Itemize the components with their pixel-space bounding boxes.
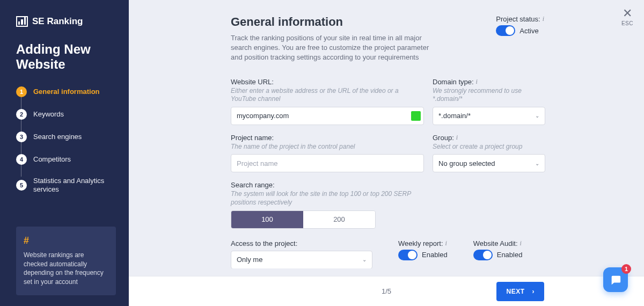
website-url-hint: Either enter a website address or the UR… xyxy=(231,87,424,104)
domain-type-select[interactable]: *.domain/* ⌄ xyxy=(433,107,545,125)
step-label: General information xyxy=(33,88,100,96)
website-audit-value: Enabled xyxy=(497,251,523,259)
domain-type-value: *.domain/* xyxy=(438,112,471,120)
project-status-toggle[interactable] xyxy=(496,25,515,36)
project-name-hint: The name of the project in the control p… xyxy=(231,143,424,151)
sidebar: SE Ranking Adding New Website 1 General … xyxy=(0,0,129,306)
step-number: 2 xyxy=(16,109,27,120)
next-button-label: NEXT xyxy=(506,288,524,295)
favicon-preview-icon xyxy=(411,111,421,121)
info-icon[interactable]: i xyxy=(543,15,544,23)
info-icon[interactable]: i xyxy=(456,134,458,142)
step-label: Statistics and Analytics services xyxy=(33,177,116,193)
main-panel: ✕ ESC General information Track the rank… xyxy=(129,0,644,306)
step-number: 1 xyxy=(16,86,27,97)
info-icon[interactable]: i xyxy=(476,78,478,86)
step-number: 4 xyxy=(16,154,27,165)
website-audit-toggle[interactable] xyxy=(473,250,493,260)
weekly-report-toggle[interactable] xyxy=(398,250,418,260)
website-url-input[interactable] xyxy=(231,107,424,125)
domain-type-hint: We strongly recommend to use *.domain/* xyxy=(433,87,545,104)
step-general-information[interactable]: 1 General information xyxy=(16,86,116,109)
project-status-label: Project status: xyxy=(496,15,540,23)
wizard-footer: 1/5 NEXT › xyxy=(129,276,644,306)
domain-type-label: Domain type: xyxy=(433,78,474,86)
group-hint: Select or create a project group xyxy=(433,143,545,151)
step-competitors[interactable]: 4 Competitors xyxy=(16,154,116,177)
chat-badge: 1 xyxy=(621,264,631,274)
step-number: 5 xyxy=(16,180,27,191)
brand-text: SE Ranking xyxy=(32,16,83,27)
access-select[interactable]: Only me ⌄ xyxy=(231,251,372,268)
weekly-report-value: Enabled xyxy=(422,251,448,259)
page-indicator: 1/5 xyxy=(382,287,391,295)
project-status-value: Active xyxy=(519,27,538,35)
chevron-right-icon: › xyxy=(532,288,535,295)
group-select[interactable]: No group selected ⌄ xyxy=(433,154,545,172)
close-icon: ✕ xyxy=(621,8,633,19)
search-range-hint: The system will look for the site in the… xyxy=(231,190,424,207)
chevron-down-icon: ⌄ xyxy=(535,161,539,166)
project-name-label: Project name: xyxy=(231,134,424,142)
project-name-input[interactable] xyxy=(231,154,424,172)
sidebar-title: Adding New Website xyxy=(16,42,116,71)
step-label: Keywords xyxy=(33,110,64,119)
chevron-down-icon: ⌄ xyxy=(535,113,539,119)
close-button[interactable]: ✕ ESC xyxy=(621,8,633,26)
step-statistics[interactable]: 5 Statistics and Analytics services xyxy=(16,177,116,193)
group-label: Group: xyxy=(433,134,454,142)
wizard-steps: 1 General information 2 Keywords 3 Searc… xyxy=(16,86,116,193)
website-audit-label: Website Audit: xyxy=(473,239,518,247)
chevron-down-icon: ⌄ xyxy=(362,257,367,263)
chat-widget[interactable]: 1 xyxy=(603,267,628,292)
access-label: Access to the project: xyxy=(231,239,372,247)
step-keywords[interactable]: 2 Keywords xyxy=(16,109,116,132)
brand-logo: SE Ranking xyxy=(16,16,116,27)
page-title: General information xyxy=(231,15,435,29)
info-icon[interactable]: i xyxy=(520,239,522,247)
weekly-report-label: Weekly report: xyxy=(398,239,443,247)
bar-chart-icon xyxy=(16,16,28,27)
page-lead: Track the ranking positions of your site… xyxy=(231,33,435,63)
website-url-label: Website URL: xyxy=(231,78,424,86)
sidebar-info-text: Website rankings are checked automatical… xyxy=(24,251,108,287)
search-range-option-100[interactable]: 100 xyxy=(231,211,303,228)
step-label: Search engines xyxy=(33,133,82,141)
access-value: Only me xyxy=(237,256,262,264)
search-range-option-200[interactable]: 200 xyxy=(303,211,375,228)
hash-icon: # xyxy=(24,234,108,247)
step-search-engines[interactable]: 3 Search engines xyxy=(16,132,116,154)
chat-icon xyxy=(610,274,621,286)
search-range-label: Search range: xyxy=(231,181,424,189)
step-number: 3 xyxy=(16,132,27,142)
search-range-toggle: 100 200 xyxy=(231,210,376,229)
next-button[interactable]: NEXT › xyxy=(496,282,544,301)
info-icon[interactable]: i xyxy=(445,239,447,247)
step-label: Competitors xyxy=(33,155,71,164)
group-value: No group selected xyxy=(438,159,495,167)
sidebar-info-box: # Website rankings are checked automatic… xyxy=(16,227,116,295)
close-label: ESC xyxy=(621,20,633,26)
